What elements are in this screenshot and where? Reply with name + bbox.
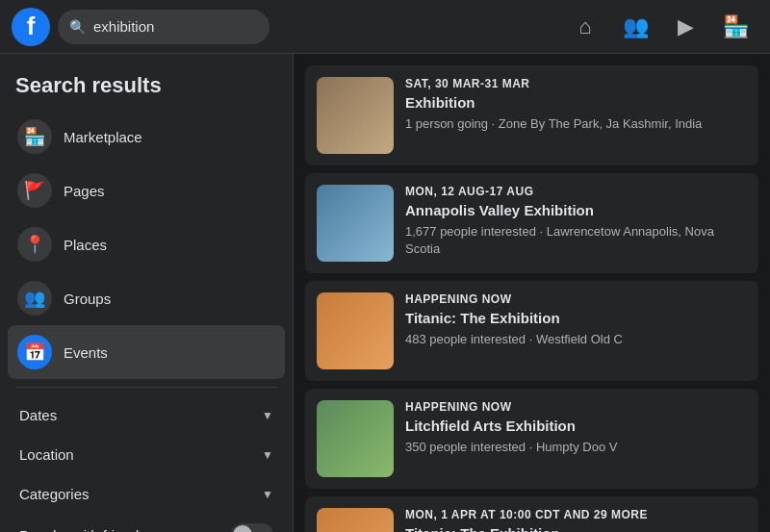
sidebar-item-marketplace[interactable]: 🏪 Marketplace <box>8 110 285 164</box>
event-thumbnail-3 <box>317 292 394 369</box>
popular-friends-knob <box>233 525 252 532</box>
places-icon: 📍 <box>17 227 52 262</box>
sidebar-item-events[interactable]: 📅 Events <box>8 325 285 379</box>
categories-filter-label: Categories <box>19 486 90 502</box>
sidebar-item-label: Groups <box>64 291 111 307</box>
event-date-1: SAT, 30 MAR-31 MAR <box>405 77 747 90</box>
event-date-3: HAPPENING NOW <box>405 292 747 306</box>
sidebar-item-label: Events <box>64 344 108 361</box>
event-info-5: MON, 1 APR AT 10:00 CDT AND 29 MORE Tita… <box>405 508 747 532</box>
search-input[interactable] <box>93 18 258 35</box>
categories-chevron-icon: ▼ <box>262 488 273 501</box>
categories-filter[interactable]: Categories ▼ <box>8 474 285 514</box>
watch-nav-button[interactable]: ▶ <box>662 4 708 50</box>
location-filter-label: Location <box>19 446 74 463</box>
sidebar-item-label: Pages <box>64 183 105 199</box>
sidebar-item-places[interactable]: 📍 Places <box>8 217 285 271</box>
event-title-3: Titanic: The Exhibition <box>405 309 747 328</box>
location-chevron-icon: ▼ <box>262 448 273 462</box>
event-meta-2: 1,677 people interested · Lawrencetow An… <box>405 223 747 258</box>
event-info-2: MON, 12 AUG-17 AUG Annapolis Valley Exhi… <box>405 185 747 258</box>
sidebar-item-groups[interactable]: 👥 Groups <box>8 271 285 325</box>
search-icon: 🔍 <box>69 19 86 35</box>
event-info-4: HAPPENING NOW Litchfield Arts Exhibition… <box>405 400 747 456</box>
event-date-5: MON, 1 APR AT 10:00 CDT AND 29 MORE <box>405 508 747 521</box>
event-thumbnail-4 <box>317 400 394 477</box>
event-title-2: Annapolis Valley Exhibition <box>405 201 747 220</box>
popular-friends-label: Popular with friends <box>19 527 146 533</box>
event-card-2[interactable]: MON, 12 AUG-17 AUG Annapolis Valley Exhi… <box>305 173 758 273</box>
event-thumbnail-1 <box>317 77 394 154</box>
event-info-1: SAT, 30 MAR-31 MAR Exhibition 1 person g… <box>405 77 747 133</box>
pages-icon: 🚩 <box>17 173 52 208</box>
home-nav-button[interactable]: ⌂ <box>562 4 608 50</box>
marketplace-icon: 🏪 <box>17 119 52 154</box>
event-title-4: Litchfield Arts Exhibition <box>405 417 747 436</box>
event-thumbnail-5 <box>317 508 394 532</box>
sidebar-item-label: Marketplace <box>64 129 142 145</box>
sidebar-item-label: Places <box>64 237 107 253</box>
nav-icons-group: ⌂ 👥 ▶ 🏪 <box>562 4 758 50</box>
top-navigation: f 🔍 ⌂ 👥 ▶ 🏪 <box>0 0 770 54</box>
dates-filter-label: Dates <box>19 407 57 423</box>
events-icon: 📅 <box>17 335 52 369</box>
event-meta-4: 350 people interested · Humpty Doo V <box>405 439 747 456</box>
location-filter[interactable]: Location ▼ <box>8 435 285 474</box>
marketplace-nav-button[interactable]: 🏪 <box>712 4 758 50</box>
facebook-logo[interactable]: f <box>12 8 50 46</box>
event-meta-3: 483 people interested · Westfield Old C <box>405 331 747 348</box>
event-info-3: HAPPENING NOW Titanic: The Exhibition 48… <box>405 292 747 348</box>
event-meta-1: 1 person going · Zone By The Park, Ja Ka… <box>405 115 747 133</box>
search-bar[interactable]: 🔍 <box>58 10 270 44</box>
event-date-4: HAPPENING NOW <box>405 400 747 414</box>
sidebar-divider <box>15 387 277 388</box>
groups-icon: 👥 <box>17 281 52 316</box>
event-date-2: MON, 12 AUG-17 AUG <box>405 185 747 198</box>
event-title-1: Exhibition <box>405 93 747 113</box>
friends-nav-button[interactable]: 👥 <box>612 4 658 50</box>
popular-friends-toggle[interactable] <box>231 523 273 532</box>
event-title-5: Titanic: The Exhibition <box>405 524 747 532</box>
event-card-5[interactable]: MON, 1 APR AT 10:00 CDT AND 29 MORE Tita… <box>305 496 758 532</box>
event-card-4[interactable]: HAPPENING NOW Litchfield Arts Exhibition… <box>305 389 758 489</box>
dates-filter[interactable]: Dates ▼ <box>8 395 285 435</box>
sidebar-title: Search results <box>8 65 285 110</box>
sidebar: Search results 🏪 Marketplace 🚩 Pages 📍 P… <box>0 54 294 532</box>
event-card-3[interactable]: HAPPENING NOW Titanic: The Exhibition 48… <box>305 281 758 381</box>
main-layout: Search results 🏪 Marketplace 🚩 Pages 📍 P… <box>0 54 770 532</box>
event-thumbnail-2 <box>317 185 394 262</box>
event-card-1[interactable]: SAT, 30 MAR-31 MAR Exhibition 1 person g… <box>305 65 758 165</box>
sidebar-item-pages[interactable]: 🚩 Pages <box>8 164 285 217</box>
dates-chevron-icon: ▼ <box>262 409 273 422</box>
popular-friends-toggle-row: Popular with friends <box>8 514 285 532</box>
events-content: SAT, 30 MAR-31 MAR Exhibition 1 person g… <box>294 54 770 532</box>
